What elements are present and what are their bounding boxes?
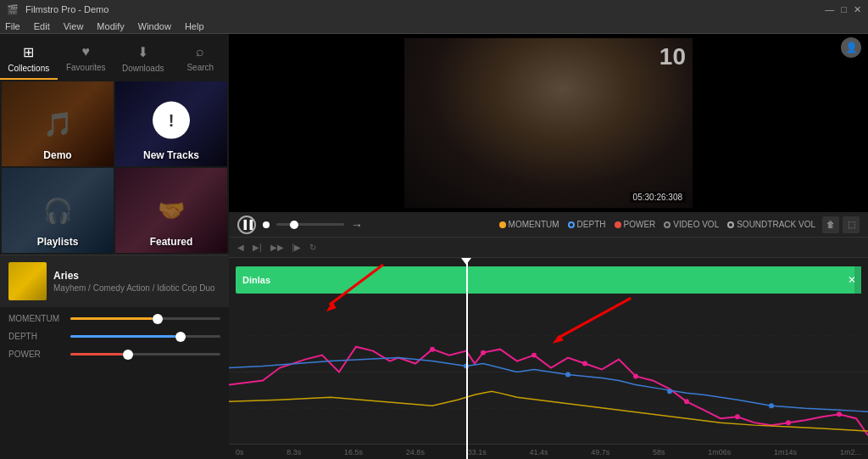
maximize-button[interactable]: □ xyxy=(841,4,847,15)
expand-icon[interactable]: ⬚ xyxy=(843,216,860,233)
grid-item-playlists[interactable]: 🎧 Playlists xyxy=(2,168,114,253)
now-playing-subtitle: Mayhem / Comedy Action / Idiotic Cop Duo xyxy=(53,283,220,293)
progress-thumb[interactable] xyxy=(290,221,298,229)
ruler-mark-9: 1m14s xyxy=(774,448,797,456)
title-bar-left: 🎬 Filmstro Pro - Demo xyxy=(7,4,108,15)
audio-track[interactable]: Dinlas ✕ xyxy=(236,266,861,294)
soundtrack-vol-dot xyxy=(727,221,734,228)
menu-window[interactable]: Window xyxy=(138,21,171,31)
main-layout: ⊞ Collections ♥ Favourites ⬇ Downloads ⌕… xyxy=(0,34,868,459)
arrow-right-icon[interactable]: → xyxy=(351,218,363,232)
progress-bar[interactable] xyxy=(276,223,344,226)
ruler-marks: 0s 8.3s 16.5s 24.8s 33.1s 41.4s 49.7s 58… xyxy=(229,448,868,456)
title-bar-controls[interactable]: — □ ✕ xyxy=(825,4,861,15)
app-icon: 🎬 xyxy=(7,4,19,15)
ruler-mark-7: 58s xyxy=(653,448,665,456)
grid-item-featured[interactable]: 🤝 Featured xyxy=(115,168,227,253)
chart-dot xyxy=(531,353,537,358)
pause-button[interactable]: ▐▐ xyxy=(237,216,256,234)
menu-help[interactable]: Help xyxy=(185,21,204,31)
delete-icon[interactable]: 🗑 xyxy=(822,216,839,233)
momentum-line xyxy=(229,347,868,435)
close-button[interactable]: ✕ xyxy=(854,4,861,15)
tab-favourites[interactable]: ♥ Favourites xyxy=(58,39,115,80)
legend: MOMENTUM DEPTH POWER VIDEO VOL SOUNDTRAC… xyxy=(499,220,815,229)
chart-dot xyxy=(684,399,689,404)
menu-file[interactable]: File xyxy=(5,21,20,31)
tab-search[interactable]: ⌕ Search xyxy=(172,39,230,80)
minimize-button[interactable]: — xyxy=(825,4,834,15)
power-slider[interactable] xyxy=(70,353,220,355)
title-bar-title: Filmstro Pro - Demo xyxy=(25,4,108,14)
legend-soundtrack-vol: SOUNDTRACK VOL xyxy=(727,220,815,229)
sidebar: ⊞ Collections ♥ Favourites ⬇ Downloads ⌕… xyxy=(0,34,229,459)
menu-view[interactable]: View xyxy=(64,21,84,31)
toolbar-icons: 🗑 ⬚ xyxy=(822,216,860,233)
pause-icon: ▐▐ xyxy=(241,220,253,229)
ruler-mark-3: 24.8s xyxy=(406,448,425,456)
momentum-slider[interactable] xyxy=(70,317,220,320)
main-content: 10 05:30:26:308 👤 ▐▐ → MOMENTUM xyxy=(229,34,868,459)
chart-dot xyxy=(633,373,638,378)
grid-item-new-tracks[interactable]: ✦ ! New Tracks xyxy=(115,81,227,166)
legend-power: POWER xyxy=(615,220,656,229)
collections-icon: ⊞ xyxy=(23,44,34,60)
video-vol-label: VIDEO VOL xyxy=(673,220,719,229)
download-icon: ⬇ xyxy=(137,44,148,60)
video-timecode: 05:30:26:308 xyxy=(630,192,686,203)
legend-depth: DEPTH xyxy=(568,220,606,229)
track-label: Dinlas xyxy=(242,275,270,285)
power-dot xyxy=(615,221,621,228)
parameter-sliders: MOMENTUM DEPTH POWER xyxy=(0,307,229,374)
soundtrack-vol-label: SOUNDTRACK VOL xyxy=(737,220,815,229)
timeline-ruler: 0s 8.3s 16.5s 24.8s 33.1s 41.4s 49.7s 58… xyxy=(229,444,868,459)
ruler-mark-2: 16.5s xyxy=(344,448,363,456)
momentum-label: MOMENTUM xyxy=(8,314,64,323)
menu-modify[interactable]: Modify xyxy=(97,21,124,31)
account-icon[interactable]: 👤 xyxy=(841,37,861,58)
legend-video-vol: VIDEO VOL xyxy=(664,220,719,229)
video-preview: 10 05:30:26:308 👤 xyxy=(229,34,868,212)
chart-dot xyxy=(735,414,740,419)
track-resize-handle[interactable] xyxy=(854,266,861,294)
transport-end-btn[interactable]: |▶ xyxy=(291,241,303,254)
momentum-dot xyxy=(499,221,506,228)
chart-dot xyxy=(481,350,486,355)
power-legend-label: POWER xyxy=(624,220,656,229)
nav-tabs: ⊞ Collections ♥ Favourites ⬇ Downloads ⌕… xyxy=(0,34,229,80)
now-playing: Aries Mayhem / Comedy Action / Idiotic C… xyxy=(0,255,229,307)
transport-forward-btn[interactable]: ▶▶ xyxy=(269,241,286,254)
depth-legend-label: DEPTH xyxy=(577,220,606,229)
chart-dot xyxy=(430,347,435,352)
tab-favourites-label: Favourites xyxy=(66,63,106,72)
grid-item-featured-label: Featured xyxy=(115,236,227,248)
controls-bar: ▐▐ → MOMENTUM DEPTH POWER xyxy=(229,212,868,238)
tab-downloads[interactable]: ⬇ Downloads xyxy=(114,39,172,80)
now-playing-title: Aries xyxy=(53,270,220,282)
transport-back-btn[interactable]: ◀ xyxy=(236,241,246,254)
video-player: 10 05:30:26:308 xyxy=(404,38,693,208)
collection-grid: 🎵 Demo ✦ ! New Tracks 🎧 Playlists 🤝 xyxy=(0,80,229,255)
position-dot xyxy=(263,221,270,228)
depth-dot xyxy=(568,221,575,228)
menu-edit[interactable]: Edit xyxy=(34,21,50,31)
grid-item-demo[interactable]: 🎵 Demo xyxy=(2,81,114,166)
depth-slider-row: DEPTH xyxy=(8,332,220,341)
chart-dot xyxy=(786,420,791,425)
chart-dot xyxy=(837,411,842,417)
tab-collections[interactable]: ⊞ Collections xyxy=(0,39,58,80)
ruler-mark-0: 0s xyxy=(236,448,244,456)
momentum-legend-label: MOMENTUM xyxy=(509,220,559,229)
depth-label: DEPTH xyxy=(8,332,64,341)
menu-bar: File Edit View Modify Window Help xyxy=(0,19,868,34)
ruler-mark-1: 8.3s xyxy=(287,448,301,456)
tab-downloads-label: Downloads xyxy=(122,64,164,73)
transport-step-btn[interactable]: ▶| xyxy=(251,241,264,254)
power-slider-row: POWER xyxy=(8,350,220,359)
now-playing-info: Aries Mayhem / Comedy Action / Idiotic C… xyxy=(53,270,220,293)
grid-item-new-tracks-label: New Tracks xyxy=(115,149,227,161)
depth-slider[interactable] xyxy=(70,335,220,338)
new-tracks-badge: ! xyxy=(153,102,190,139)
ruler-mark-6: 49.7s xyxy=(591,448,609,456)
transport-loop-btn[interactable]: ↻ xyxy=(308,241,318,254)
